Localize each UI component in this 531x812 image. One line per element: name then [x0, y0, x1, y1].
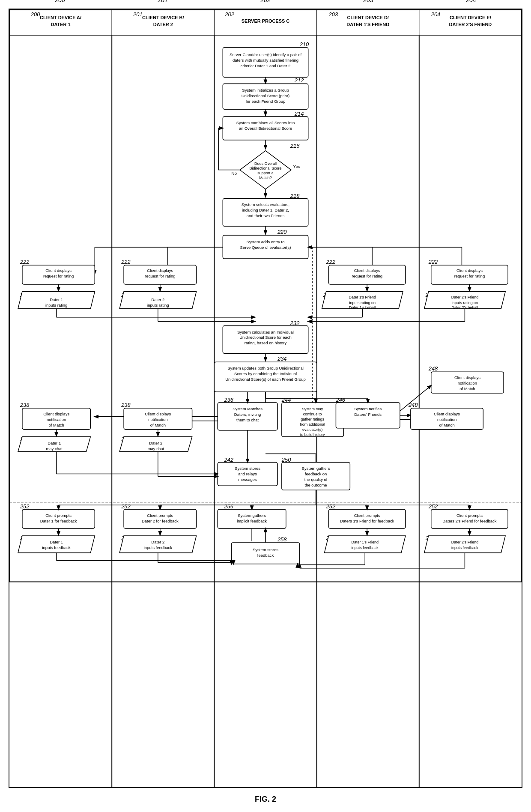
svg-text:222: 222 — [326, 259, 336, 265]
svg-text:of Match: of Match — [439, 423, 454, 427]
svg-text:210: 210 — [299, 41, 309, 48]
svg-text:242: 242 — [224, 457, 233, 463]
svg-text:System stores: System stores — [235, 466, 260, 471]
svg-text:feedback: feedback — [257, 553, 274, 558]
svg-text:Dater 1: Dater 1 — [50, 297, 63, 302]
svg-text:212: 212 — [294, 77, 304, 84]
svg-text:Daters' Friends: Daters' Friends — [354, 412, 382, 417]
svg-text:Dater 2's Friend: Dater 2's Friend — [451, 295, 479, 299]
ref-201: 201 — [111, 0, 214, 3]
svg-text:256: 256 — [224, 503, 233, 510]
svg-text:inputs feedback: inputs feedback — [352, 546, 379, 550]
svg-text:Client displays: Client displays — [45, 268, 72, 273]
svg-text:SERVER PROCESS C: SERVER PROCESS C — [242, 18, 289, 24]
svg-text:inputs rating on: inputs rating on — [452, 301, 478, 305]
svg-text:Dater 1's Friend: Dater 1's Friend — [351, 540, 379, 544]
svg-text:Unidirectional Score(s) of eac: Unidirectional Score(s) of each Friend G… — [225, 377, 306, 382]
svg-text:Dater 2: Dater 2 — [151, 540, 164, 544]
svg-text:258: 258 — [277, 536, 287, 543]
svg-text:an Overall Bidirectional Score: an Overall Bidirectional Score — [239, 126, 292, 131]
svg-text:232: 232 — [290, 320, 300, 326]
svg-text:inputs rating: inputs rating — [147, 303, 169, 307]
svg-text:for each Friend Group: for each Friend Group — [246, 99, 285, 104]
svg-text:248: 248 — [408, 402, 418, 408]
svg-text:Dater 1: Dater 1 — [48, 441, 61, 445]
svg-text:System initializes a Group: System initializes a Group — [242, 88, 289, 93]
svg-text:Daters 2's Friend for feedback: Daters 2's Friend for feedback — [442, 519, 497, 523]
svg-text:DATER 1'S FRIEND: DATER 1'S FRIEND — [346, 22, 389, 27]
svg-text:Client displays: Client displays — [147, 268, 173, 273]
svg-text:204: 204 — [431, 11, 441, 18]
svg-text:request for rating: request for rating — [454, 274, 485, 278]
svg-text:202: 202 — [224, 11, 234, 18]
svg-text:222: 222 — [428, 259, 438, 265]
svg-text:System combines all Scores int: System combines all Scores into — [236, 120, 295, 125]
svg-text:System calculates an Individua: System calculates an Individual — [237, 330, 294, 334]
svg-text:Daters, inviting: Daters, inviting — [234, 412, 261, 417]
svg-text:System notifies: System notifies — [354, 406, 382, 411]
svg-text:evaluator(s): evaluator(s) — [302, 427, 322, 432]
svg-text:Daters 1's Friend for feedback: Daters 1's Friend for feedback — [340, 519, 394, 523]
svg-text:System gathers: System gathers — [302, 466, 330, 471]
svg-text:246: 246 — [335, 397, 345, 403]
svg-text:Client displays: Client displays — [434, 412, 460, 416]
svg-text:252: 252 — [121, 503, 131, 510]
svg-text:CLIENT DEVICE D/: CLIENT DEVICE D/ — [347, 15, 389, 20]
svg-text:System Matches: System Matches — [233, 406, 263, 411]
diagram-container: 200 201 202 203 204 CLIENT DEVICE A/ D — [9, 9, 522, 804]
svg-text:250: 250 — [281, 457, 291, 463]
svg-text:daters with mutually satisfied: daters with mutually satisfied filtering — [233, 58, 298, 63]
svg-text:and relays: and relays — [238, 472, 257, 476]
svg-text:Client prompts: Client prompts — [147, 513, 173, 518]
svg-text:Dater 2: Dater 2 — [151, 297, 164, 302]
svg-text:203: 203 — [328, 11, 338, 18]
svg-text:may chat: may chat — [46, 446, 63, 451]
ref-203: 203 — [317, 0, 420, 3]
svg-text:Dater 1 for feedback: Dater 1 for feedback — [40, 519, 77, 523]
svg-text:Client displays: Client displays — [145, 412, 171, 416]
svg-text:inputs rating: inputs rating — [45, 303, 68, 307]
svg-text:gather ratings: gather ratings — [301, 417, 324, 421]
svg-text:222: 222 — [20, 259, 30, 265]
svg-text:the outcome: the outcome — [305, 483, 327, 487]
svg-text:of Match: of Match — [49, 423, 64, 427]
svg-text:from additional: from additional — [300, 422, 325, 427]
svg-text:Match?: Match? — [259, 176, 271, 180]
svg-text:the quality of: the quality of — [304, 477, 328, 482]
svg-text:inputs feedback: inputs feedback — [144, 545, 172, 550]
svg-text:252: 252 — [428, 503, 438, 510]
svg-text:notification: notification — [47, 417, 66, 422]
svg-text:No: No — [231, 171, 237, 176]
svg-text:238: 238 — [121, 402, 131, 408]
svg-text:CLIENT DEVICE A/: CLIENT DEVICE A/ — [40, 15, 81, 20]
svg-text:to build history: to build history — [300, 433, 325, 437]
svg-text:201: 201 — [133, 11, 143, 18]
svg-text:messages: messages — [239, 477, 257, 482]
svg-text:DATER 1: DATER 1 — [51, 22, 71, 27]
svg-text:including Dater 1, Dater 2,: including Dater 1, Dater 2, — [242, 208, 289, 212]
svg-text:252: 252 — [20, 503, 30, 510]
svg-text:System may: System may — [302, 407, 323, 411]
svg-text:Client prompts: Client prompts — [354, 513, 380, 518]
svg-text:rating, based on history: rating, based on history — [245, 340, 287, 345]
svg-text:System updates both Group Unid: System updates both Group Unidirectional — [227, 366, 304, 370]
svg-text:DATER 2'S FRIEND: DATER 2'S FRIEND — [449, 22, 492, 27]
svg-text:214: 214 — [294, 110, 304, 117]
svg-text:of Match: of Match — [459, 386, 475, 391]
svg-text:notification: notification — [148, 417, 167, 422]
svg-text:Client displays: Client displays — [456, 268, 483, 273]
svg-text:Client prompts: Client prompts — [45, 513, 72, 518]
svg-text:Client displays: Client displays — [454, 375, 480, 380]
svg-text:Bidirectional Score: Bidirectional Score — [250, 166, 282, 170]
svg-text:may chat: may chat — [148, 446, 164, 451]
svg-text:System selects evaluators,: System selects evaluators, — [242, 203, 289, 207]
svg-text:inputs feedback: inputs feedback — [451, 546, 478, 550]
svg-text:CLIENT DEVICE B/: CLIENT DEVICE B/ — [142, 15, 184, 20]
diagram-svg: CLIENT DEVICE A/ DATER 1 200 CLIENT DEVI… — [9, 9, 522, 788]
svg-text:them to chat: them to chat — [236, 418, 259, 422]
svg-text:Dater 2 for feedback: Dater 2 for feedback — [142, 519, 179, 523]
svg-text:System stores: System stores — [253, 547, 278, 552]
svg-text:200: 200 — [30, 11, 40, 18]
svg-text:request for rating: request for rating — [352, 274, 382, 278]
svg-text:216: 216 — [290, 143, 300, 149]
